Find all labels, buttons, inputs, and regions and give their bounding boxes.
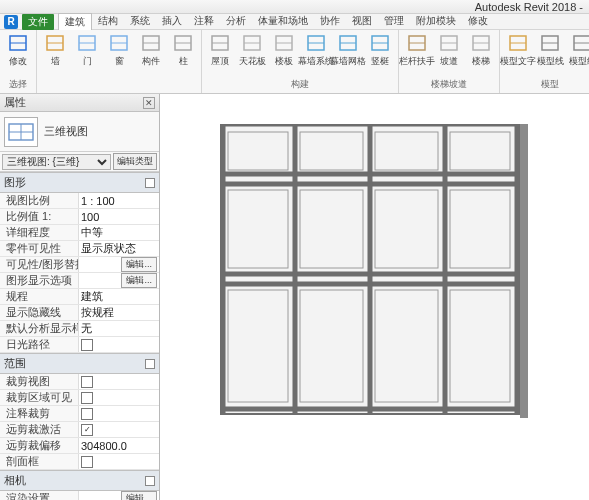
ribbon-label: 修改 xyxy=(9,55,27,68)
prop-row[interactable]: 图形显示选项编辑... xyxy=(0,273,159,289)
ribbon-icon xyxy=(7,32,29,54)
prop-row[interactable]: 远剪裁偏移304800.0 xyxy=(0,438,159,454)
ribbon-btn-修改[interactable]: 修改 xyxy=(4,32,32,68)
prop-value[interactable]: 100 xyxy=(78,209,159,224)
ribbon-btn-构件[interactable]: 构件 xyxy=(137,32,165,68)
prop-row[interactable]: 渲染设置编辑... xyxy=(0,491,159,500)
prop-row[interactable]: 剖面框 xyxy=(0,454,159,470)
prop-key: 视图比例 xyxy=(0,193,78,208)
app-logo[interactable]: R xyxy=(4,15,18,29)
ribbon-btn-模型文字[interactable]: 模型文字 xyxy=(504,32,532,68)
menu-tab-0[interactable]: 建筑 xyxy=(58,13,92,30)
ribbon-btn-幕墙系统[interactable]: 幕墙系统 xyxy=(302,32,330,68)
prop-value[interactable]: 编辑... xyxy=(78,257,159,272)
prop-edit-button[interactable]: 编辑... xyxy=(121,273,157,288)
ribbon-btn-窗[interactable]: 窗 xyxy=(105,32,133,68)
prop-row[interactable]: 远剪裁激活 xyxy=(0,422,159,438)
prop-section-2[interactable]: 相机 xyxy=(0,470,159,491)
menu-tab-4[interactable]: 注释 xyxy=(188,13,220,30)
menu-tab-11[interactable]: 修改 xyxy=(462,13,494,30)
prop-value[interactable]: 显示原状态 xyxy=(78,241,159,256)
prop-row[interactable]: 可见性/图形替换编辑... xyxy=(0,257,159,273)
ribbon-label: 楼板 xyxy=(275,55,293,68)
prop-row[interactable]: 零件可见性显示原状态 xyxy=(0,241,159,257)
drawing-canvas[interactable] xyxy=(160,94,589,500)
prop-value[interactable] xyxy=(78,374,159,389)
prop-value[interactable]: 按规程 xyxy=(78,305,159,320)
prop-value[interactable] xyxy=(78,337,159,352)
type-selector-row[interactable]: 三维视图 xyxy=(0,112,159,152)
prop-key: 远剪裁偏移 xyxy=(0,438,78,453)
prop-edit-button[interactable]: 编辑... xyxy=(121,491,157,500)
ribbon-btn-墙[interactable]: 墙 xyxy=(41,32,69,68)
prop-row[interactable]: 日光路径 xyxy=(0,337,159,353)
prop-section-1[interactable]: 范围 xyxy=(0,353,159,374)
prop-key: 可见性/图形替换 xyxy=(0,257,78,272)
menu-tab-6[interactable]: 体量和场地 xyxy=(252,13,314,30)
prop-value[interactable] xyxy=(78,390,159,405)
prop-value[interactable]: 1 : 100 xyxy=(78,193,159,208)
prop-value[interactable]: 无 xyxy=(78,321,159,336)
ribbon-btn-柱[interactable]: 柱 xyxy=(169,32,197,68)
ribbon-btn-楼板[interactable]: 楼板 xyxy=(270,32,298,68)
ribbon-btn-竖梃[interactable]: 竖梃 xyxy=(366,32,394,68)
prop-key: 日光路径 xyxy=(0,337,78,352)
ribbon-btn-模型组[interactable]: 模型组 xyxy=(568,32,589,68)
type-name: 三维视图 xyxy=(44,124,88,139)
file-menu[interactable]: 文件 xyxy=(22,14,54,30)
prop-section-0[interactable]: 图形 xyxy=(0,172,159,193)
prop-key: 远剪裁激活 xyxy=(0,422,78,437)
prop-value[interactable] xyxy=(78,454,159,469)
prop-value[interactable]: 建筑 xyxy=(78,289,159,304)
prop-value[interactable] xyxy=(78,406,159,421)
prop-row[interactable]: 规程建筑 xyxy=(0,289,159,305)
menu-tab-5[interactable]: 分析 xyxy=(220,13,252,30)
menu-tab-9[interactable]: 管理 xyxy=(378,13,410,30)
svg-rect-48 xyxy=(520,124,528,418)
prop-value[interactable]: 编辑... xyxy=(78,491,159,500)
ribbon-btn-坡道[interactable]: 坡道 xyxy=(435,32,463,68)
ribbon-btn-楼梯[interactable]: 楼梯 xyxy=(467,32,495,68)
menu-tab-1[interactable]: 结构 xyxy=(92,13,124,30)
ribbon-btn-屋顶[interactable]: 屋顶 xyxy=(206,32,234,68)
ribbon-btn-栏杆扶手[interactable]: 栏杆扶手 xyxy=(403,32,431,68)
close-icon[interactable]: ✕ xyxy=(143,97,155,109)
ribbon-group-4: 模型文字模型线模型组模型 xyxy=(500,30,589,93)
ribbon-label: 竖梃 xyxy=(371,55,389,68)
menu-tab-7[interactable]: 协作 xyxy=(314,13,346,30)
prop-row[interactable]: 默认分析显示样式无 xyxy=(0,321,159,337)
prop-edit-button[interactable]: 编辑... xyxy=(121,257,157,272)
ribbon-label: 墙 xyxy=(51,55,60,68)
ribbon-group-label: 模型 xyxy=(541,78,559,91)
ribbon-label: 天花板 xyxy=(239,55,266,68)
ribbon-btn-幕墙网格[interactable]: 幕墙网格 xyxy=(334,32,362,68)
ribbon-group-label: 构建 xyxy=(291,78,309,91)
prop-row[interactable]: 比例值 1:100 xyxy=(0,209,159,225)
prop-row[interactable]: 显示隐藏线按规程 xyxy=(0,305,159,321)
ribbon-btn-门[interactable]: 门 xyxy=(73,32,101,68)
ribbon-icon xyxy=(369,32,391,54)
prop-value[interactable] xyxy=(78,422,159,437)
prop-row[interactable]: 裁剪视图 xyxy=(0,374,159,390)
ribbon-btn-天花板[interactable]: 天花板 xyxy=(238,32,266,68)
ribbon-group-0: 修改选择 xyxy=(0,30,37,93)
ribbon-btn-模型线[interactable]: 模型线 xyxy=(536,32,564,68)
edit-type-button[interactable]: 编辑类型 xyxy=(113,153,157,170)
prop-row[interactable]: 裁剪区域可见 xyxy=(0,390,159,406)
prop-value[interactable]: 编辑... xyxy=(78,273,159,288)
prop-row[interactable]: 视图比例1 : 100 xyxy=(0,193,159,209)
app-title: Autodesk Revit 2018 - xyxy=(475,1,583,13)
menu-tab-2[interactable]: 系统 xyxy=(124,13,156,30)
ribbon-label: 构件 xyxy=(142,55,160,68)
prop-row[interactable]: 详细程度中等 xyxy=(0,225,159,241)
prop-value[interactable]: 中等 xyxy=(78,225,159,240)
ribbon-label: 幕墙网格 xyxy=(330,55,366,68)
view-select[interactable]: 三维视图: {三维} xyxy=(2,154,111,170)
menu-tab-8[interactable]: 视图 xyxy=(346,13,378,30)
menu-tab-3[interactable]: 插入 xyxy=(156,13,188,30)
menu-tab-10[interactable]: 附加模块 xyxy=(410,13,462,30)
prop-key: 裁剪视图 xyxy=(0,374,78,389)
prop-value[interactable]: 304800.0 xyxy=(78,438,159,453)
prop-row[interactable]: 注释裁剪 xyxy=(0,406,159,422)
ribbon-label: 柱 xyxy=(179,55,188,68)
